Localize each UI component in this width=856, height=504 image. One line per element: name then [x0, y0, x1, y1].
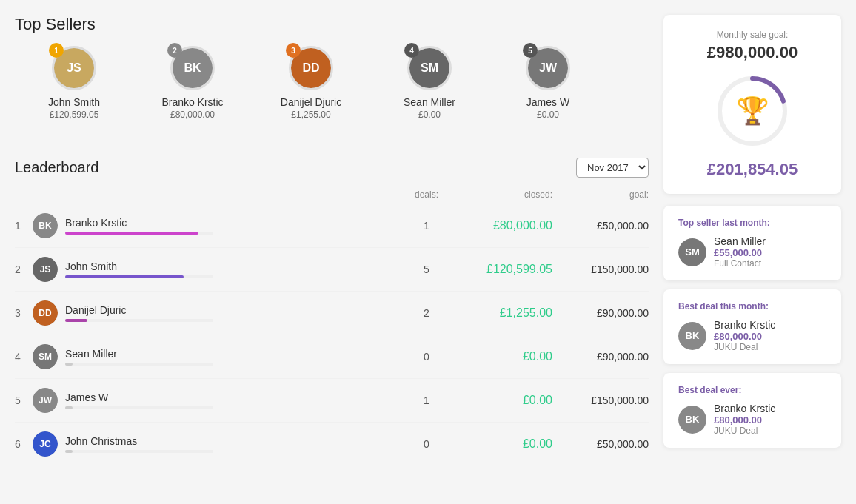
monthly-goal-amount: £980,000.00 [678, 43, 826, 62]
monthly-goal-card: Monthly sale goal: £980,000.00 🏆 £201,85… [663, 15, 841, 194]
best-deal-ever-card: Best deal ever: BK Branko Krstic £80,000… [663, 373, 841, 448]
rank-badge: 1 [49, 43, 64, 58]
seller-name: John Smith [48, 96, 100, 108]
lb-goal: £150,000.00 [552, 394, 649, 406]
best-deal-avatar: BK [678, 322, 706, 350]
lb-deals: 0 [397, 351, 456, 363]
lb-deals: 1 [397, 394, 456, 406]
lb-bar [65, 232, 198, 235]
lb-deals: 5 [397, 263, 456, 275]
main-content: Top Sellers 1JSJohn Smith£120,599.052BKB… [15, 15, 649, 466]
lb-closed: £0.00 [456, 350, 552, 363]
top-seller-card: 3DDDanijel Djuric£1,255.00 [252, 46, 370, 120]
lb-closed: £80,000.00 [456, 219, 552, 232]
lb-rank: 2 [15, 263, 33, 275]
top-seller-last-month-card: Top seller last month: SM Sean Miller £5… [663, 206, 841, 280]
lb-rank: 5 [15, 394, 33, 406]
top-seller-card: 2BKBranko Krstic£80,000.00 [133, 46, 252, 120]
best-deal-sub: JUKU Deal [714, 342, 775, 352]
lb-closed: £0.00 [456, 437, 552, 451]
lb-bar [65, 450, 73, 453]
lb-bar [65, 275, 184, 278]
lb-avatar: DD [33, 300, 58, 326]
rank-badge: 5 [523, 43, 538, 58]
seller-amount: £80,000.00 [170, 110, 215, 120]
lb-goal: £90,000.00 [552, 351, 649, 363]
lb-avatar: JS [33, 257, 58, 282]
lb-deals: 2 [397, 307, 456, 319]
top-seller-last-month-row: SM Sean Miller £55,000.00 Full Contact [678, 235, 826, 269]
lb-avatar: JC [33, 431, 58, 457]
best-deal-ever-row: BK Branko Krstic £80,000.00 JUKU Deal [678, 403, 826, 436]
best-deal-ever-avatar: BK [678, 406, 706, 434]
lb-goal: £150,000.00 [552, 263, 649, 275]
lb-closed: £1,255.00 [456, 306, 552, 320]
lb-avatar: BK [33, 213, 58, 238]
lb-rank: 4 [15, 351, 33, 363]
rank-badge: 4 [404, 43, 419, 58]
best-deal-amount: £80,000.00 [714, 331, 775, 342]
monthly-goal-label: Monthly sale goal: [678, 30, 826, 40]
lb-rank: 6 [15, 438, 33, 450]
table-row: 5JWJames W1£0.00£150,000.00 [15, 379, 649, 423]
sidebar: Monthly sale goal: £980,000.00 🏆 £201,85… [663, 15, 841, 466]
seller-amount: £0.00 [537, 110, 559, 120]
col-deals-header: deals: [397, 189, 456, 200]
table-row: 3DDDanijel Djuric2£1,255.00£90,000.00 [15, 292, 649, 335]
seller-name: Sean Miller [404, 96, 455, 108]
table-row: 4SMSean Miller0£0.00£90,000.00 [15, 335, 649, 379]
lb-deals: 0 [397, 438, 456, 450]
current-amount: £201,854.05 [678, 160, 826, 179]
lb-avatar: SM [33, 344, 58, 369]
trophy-wrap: 🏆 [678, 74, 826, 148]
seller-name: Danijel Djuric [281, 96, 341, 108]
table-row: 1BKBranko Krstic1£80,000.00£50,000.00 [15, 204, 649, 248]
best-deal-ever-amount: £80,000.00 [714, 414, 775, 426]
leaderboard-header: Leaderboard Nov 2017 [15, 158, 649, 178]
top-seller-info: Sean Miller £55,000.00 Full Contact [714, 235, 766, 269]
top-sellers-title: Top Sellers [15, 15, 649, 34]
col-closed-header: closed: [456, 189, 552, 200]
trophy-circle: 🏆 [715, 74, 789, 148]
lb-bar [65, 363, 73, 366]
top-seller-avatar: SM [678, 238, 706, 266]
best-deal-info: Branko Krstic £80,000.00 JUKU Deal [714, 319, 775, 352]
best-deal-this-month-row: BK Branko Krstic £80,000.00 JUKU Deal [678, 319, 826, 352]
col-goal-header: goal: [552, 189, 649, 200]
top-seller-name: Sean Miller [714, 235, 766, 247]
lb-avatar: JW [33, 388, 58, 413]
lb-rank: 1 [15, 220, 33, 232]
top-seller-sub: Full Contact [714, 258, 766, 269]
top-seller-card: 5JWJames W£0.00 [489, 46, 607, 120]
seller-amount: £1,255.00 [291, 110, 330, 120]
leaderboard-col-headers: deals: closed: goal: [15, 189, 649, 204]
lb-name: Danijel Djuric [65, 304, 397, 316]
rank-badge: 3 [286, 43, 301, 58]
best-deal-ever-label: Best deal ever: [678, 385, 826, 395]
table-row: 6JCJohn Christmas0£0.00£50,000.00 [15, 423, 649, 466]
best-deal-ever-info: Branko Krstic £80,000.00 JUKU Deal [714, 403, 775, 436]
lb-name: John Smith [65, 261, 397, 272]
seller-name: Branko Krstic [161, 96, 223, 108]
seller-name: James W [526, 96, 569, 108]
lb-deals: 1 [397, 220, 456, 232]
rank-badge: 2 [167, 43, 182, 58]
lb-rank: 3 [15, 307, 33, 319]
best-deal-this-month-card: Best deal this month: BK Branko Krstic £… [663, 289, 841, 364]
top-seller-card: 4SMSean Miller£0.00 [370, 46, 489, 120]
top-seller-card: 1JSJohn Smith£120,599.05 [15, 46, 133, 120]
seller-amount: £0.00 [418, 110, 441, 120]
trophy-icon: 🏆 [736, 95, 769, 127]
top-seller-amount: £55,000.00 [714, 247, 766, 258]
lb-bar [65, 406, 73, 409]
lb-goal: £50,000.00 [552, 438, 649, 450]
lb-name: Branko Krstic [65, 217, 397, 229]
lb-bar [65, 319, 87, 322]
lb-name: James W [65, 392, 397, 403]
leaderboard-title: Leaderboard [15, 159, 98, 176]
top-seller-last-month-label: Top seller last month: [678, 218, 826, 228]
best-deal-ever-sub: JUKU Deal [714, 426, 775, 436]
month-selector[interactable]: Nov 2017 [576, 158, 649, 178]
leaderboard-rows: 1BKBranko Krstic1£80,000.00£50,000.002JS… [15, 204, 649, 466]
lb-goal: £90,000.00 [552, 307, 649, 319]
